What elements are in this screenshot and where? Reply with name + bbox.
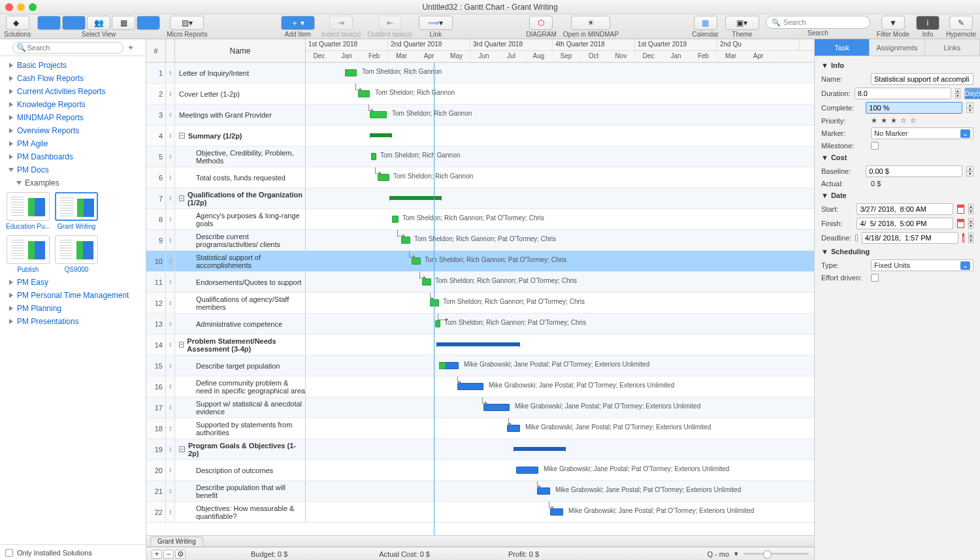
gantt-row[interactable]: 2⇕Cover Letter (1-2p)Tom Sheldon; Rich G… [146,84,814,105]
theme-button[interactable]: ▣ ▾ [725,16,759,30]
marker-select[interactable]: No Marker⌄ [871,127,973,139]
sidebar-item[interactable]: PM Personal Time Management [0,289,146,302]
timeline-cell[interactable]: Mike Grabowski; Jane Postal; Pat O'Torme… [306,397,814,418]
row-handle[interactable]: ⇕ [166,251,175,271]
task-name-cell[interactable]: Meetings with Grant Provider [175,105,306,125]
calendar-icon[interactable] [957,219,964,228]
view-btn-3[interactable]: 👥 [87,16,110,30]
template-thumbnail[interactable]: Publish [7,235,50,273]
add-item-button[interactable]: ＋ ▾ [281,16,315,30]
milestone-checkbox[interactable] [871,142,879,150]
timeline-cell[interactable]: Tom Sheldon; Rich Gannon [306,146,814,167]
outdent-button[interactable]: ⇤ [378,16,402,30]
gantt-bar[interactable] [514,447,566,451]
row-handle[interactable]: ⇕ [166,188,175,208]
gantt-bar[interactable] [371,153,376,160]
link-button[interactable]: ⟹ ▾ [419,16,453,30]
row-handle[interactable]: ⇕ [166,397,175,418]
task-name-cell[interactable]: Program Goals & Objectives (1-2p) [175,439,306,459]
calendar-button[interactable]: ▦ [694,16,717,30]
task-name-cell[interactable]: Summary (1/2p) [175,125,306,146]
star-icon[interactable]: ✦ [127,43,134,52]
gantt-bar[interactable] [457,383,483,390]
task-name-cell[interactable]: Statistical support of accomplishments [175,251,306,271]
timeline-cell[interactable] [306,188,814,208]
gantt-bar[interactable] [392,216,399,223]
row-handle[interactable]: ⇕ [166,167,175,188]
row-handle[interactable]: ⇕ [166,460,175,480]
task-name-cell[interactable]: Describe population that will benefit [175,481,306,501]
priority-stars[interactable]: ★ ★ ★ ☆ ☆ [871,116,917,125]
gantt-row[interactable]: 4⇕Summary (1/2p) [146,125,814,146]
timeline-cell[interactable]: Tom Sheldon; Rich Gannon; Pat O'Tormey; … [306,293,814,313]
gantt-row[interactable]: 13⇕Administrative competenceTom Sheldon;… [146,314,814,335]
task-name-cell[interactable]: Objectives: How measurable & quantifiabl… [175,502,306,522]
timeline-cell[interactable]: Tom Sheldon; Rich Gannon [306,63,814,83]
sidebar-item[interactable]: PM Easy [0,276,146,289]
duration-stepper[interactable]: ▲▼ [955,88,960,99]
gantt-row[interactable]: 18⇕Supported by statements from authorit… [146,418,814,439]
gantt-row[interactable]: 14⇕Problem Statement/Needs Assessment (3… [146,335,814,355]
timeline-cell[interactable] [306,125,814,146]
template-thumbnail[interactable]: Grant Writing [55,192,98,230]
template-thumbnail[interactable]: Education Pu... [7,192,50,230]
task-name-cell[interactable]: Administrative competence [175,314,306,334]
gantt-bar[interactable] [370,133,392,137]
row-handle[interactable]: ⇕ [166,481,175,501]
info-button[interactable]: i [916,16,939,30]
deadline-checkbox[interactable] [855,234,857,242]
task-name-cell[interactable]: Describe target population [175,355,306,376]
sidebar-item[interactable]: PM Presentations [0,315,146,328]
sidebar-search-input[interactable] [12,42,123,54]
gantt-row[interactable]: 9⇕Describe current programs/activities/ … [146,230,814,251]
row-handle[interactable]: ⇕ [166,84,175,104]
gantt-row[interactable]: 22⇕Objectives: How measurable & quantifi… [146,502,814,523]
task-name-cell[interactable]: Define community problem & need in speci… [175,376,306,397]
add-row-button[interactable]: + [152,550,162,559]
disclosure-icon[interactable]: ▼ [821,61,828,69]
row-handle[interactable]: ⇕ [166,146,175,167]
timeline-cell[interactable]: Mike Grabowski; Jane Postal; Pat O'Torme… [306,376,814,397]
hypernote-button[interactable]: ✎ [949,16,973,30]
gantt-bar[interactable] [516,467,538,474]
start-stepper[interactable]: ▲▼ [968,204,973,214]
task-name-cell[interactable]: Total costs, funds requested [175,167,306,188]
task-name-cell[interactable]: Objective, Credibility, Problem, Methods [175,146,306,167]
task-name-cell[interactable]: Qualifications of the Organization (1/2p… [175,188,306,208]
timeline-cell[interactable] [306,439,814,459]
gantt-row[interactable]: 21⇕Describe population that will benefit… [146,481,814,502]
effort-checkbox[interactable] [871,274,879,282]
timeline-cell[interactable]: Tom Sheldon; Rich Gannon; Pat O'Tormey; … [306,251,814,271]
timeline-cell[interactable]: Tom Sheldon; Rich Gannon; Pat O'Tormey; … [306,314,814,334]
gantt-row[interactable]: 1⇕Letter of Inquiry/IntentTom Sheldon; R… [146,63,814,84]
row-handle[interactable]: ⇕ [166,230,175,250]
row-handle[interactable]: ⇕ [166,502,175,522]
settings-button[interactable]: ⚙ [175,550,186,559]
complete-input[interactable] [866,102,962,114]
filter-button[interactable]: ▼ [881,16,905,30]
gantt-bar[interactable] [436,342,520,346]
type-select[interactable]: Fixed Units⌄ [871,259,973,271]
calendar-icon[interactable] [962,233,964,242]
timeline-cell[interactable]: Tom Sheldon; Rich Gannon; Pat O'Tormey; … [306,209,814,229]
timeline-cell[interactable]: Mike Grabowski; Jane Postal; Pat O'Torme… [306,355,814,376]
sidebar-item[interactable]: Basic Projects [0,59,146,72]
task-name-cell[interactable]: Support w/ statistical & anecdotal evide… [175,397,306,418]
gantt-row[interactable]: 20⇕Description of outcomesMike Grabowski… [146,460,814,481]
expand-icon[interactable] [179,342,184,348]
timeline-cell[interactable]: Mike Grabowski; Jane Postal; Pat O'Torme… [306,481,814,501]
row-handle[interactable]: ⇕ [166,125,175,146]
row-handle[interactable]: ⇕ [166,272,175,292]
calendar-icon[interactable] [957,205,964,214]
row-handle[interactable]: ⇕ [166,63,175,83]
duration-input[interactable] [855,88,951,99]
row-handle[interactable]: ⇕ [166,209,175,229]
remove-row-button[interactable]: − [163,550,174,559]
finish-stepper[interactable]: ▲▼ [968,218,973,229]
row-handle[interactable]: ⇕ [166,293,175,313]
task-name-cell[interactable]: Agency's purposes & long-range goals [175,209,306,229]
timeline-cell[interactable]: Tom Sheldon; Rich Gannon; Pat O'Tormey; … [306,272,814,292]
zoom-slider[interactable] [743,553,809,555]
gantt-bar[interactable] [345,69,357,76]
sidebar-item[interactable]: PM Agile [0,137,146,150]
